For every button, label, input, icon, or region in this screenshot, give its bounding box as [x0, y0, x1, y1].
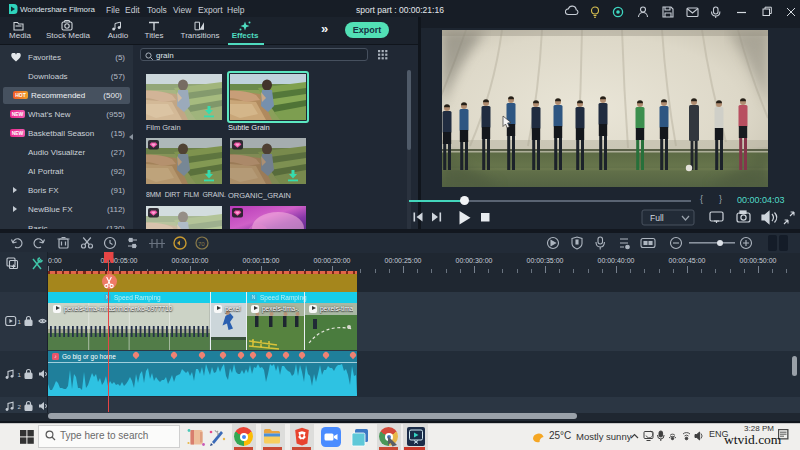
svg-text:2: 2	[18, 404, 22, 410]
svg-text:1: 1	[18, 319, 22, 325]
svg-text:1: 1	[18, 372, 22, 378]
svg-text:Full: Full	[650, 213, 664, 223]
svg-text:70: 70	[198, 241, 205, 247]
